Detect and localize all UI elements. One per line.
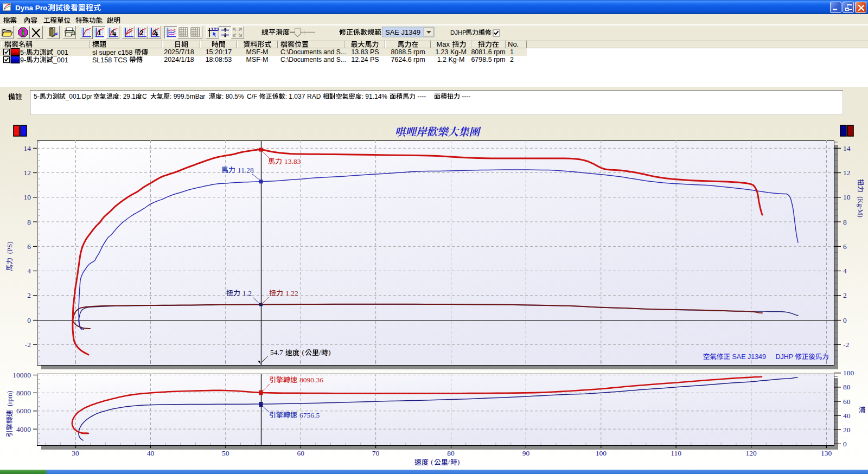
svg-text:4: 4 xyxy=(27,267,31,275)
svg-text:18:08:53: 18:08:53 xyxy=(206,56,232,63)
svg-text:100: 100 xyxy=(843,369,854,377)
svg-text:1.2 Kg-M: 1.2 Kg-M xyxy=(437,56,465,63)
svg-text:----: ---- xyxy=(416,93,426,100)
svg-text:14: 14 xyxy=(24,144,31,152)
svg-text:No.: No. xyxy=(508,40,519,48)
svg-text:C:\Documents and S...: C:\Documents and S... xyxy=(280,56,346,63)
svg-text:----: ---- xyxy=(460,93,470,100)
svg-text:7624.6 rpm: 7624.6 rpm xyxy=(391,56,425,63)
svg-text:1: 1 xyxy=(97,29,101,37)
svg-text:54.7: 54.7 xyxy=(270,348,285,356)
svg-text:2: 2 xyxy=(27,291,31,299)
svg-text:(: ( xyxy=(429,458,433,466)
svg-text:14: 14 xyxy=(843,144,851,152)
svg-text:40: 40 xyxy=(843,412,851,420)
svg-text:: 29.1: : 29.1 xyxy=(119,93,136,100)
svg-text:15:20:17: 15:20:17 xyxy=(206,48,232,56)
svg-text:/: / xyxy=(319,348,321,356)
svg-text:2: 2 xyxy=(139,29,143,37)
svg-text:8090.36: 8090.36 xyxy=(299,376,323,384)
svg-text:: 80.5%: : 80.5% xyxy=(222,93,244,100)
svg-text:10: 10 xyxy=(24,193,31,201)
svg-text:C: C xyxy=(142,93,147,100)
svg-text:60: 60 xyxy=(297,449,304,457)
svg-text:6000: 6000 xyxy=(16,407,31,415)
svg-text:60: 60 xyxy=(843,398,851,406)
svg-text:6: 6 xyxy=(27,242,31,251)
svg-text:1: 1 xyxy=(111,29,114,37)
svg-text:6798.5 rpm: 6798.5 rpm xyxy=(471,56,505,63)
svg-text:8: 8 xyxy=(27,218,31,226)
svg-text:8088.5 rpm: 8088.5 rpm xyxy=(391,48,425,56)
svg-text:(rpm): (rpm) xyxy=(6,390,14,408)
svg-text:12: 12 xyxy=(24,169,31,177)
svg-text:10000: 10000 xyxy=(12,371,31,379)
svg-text:C:\Documents and S...: C:\Documents and S... xyxy=(280,48,346,56)
svg-text:(PS): (PS) xyxy=(6,242,14,255)
svg-text:-2: -2 xyxy=(843,341,849,349)
svg-text:90: 90 xyxy=(522,449,530,457)
svg-text:123: 123 xyxy=(211,27,219,32)
svg-text:_001: _001 xyxy=(53,49,68,56)
svg-text:30: 30 xyxy=(72,449,79,457)
svg-text:40: 40 xyxy=(147,449,155,457)
svg-text:SAE J1349: SAE J1349 xyxy=(385,28,420,36)
svg-text:8081.6 rpm: 8081.6 rpm xyxy=(471,48,505,56)
svg-text:4: 4 xyxy=(843,267,847,275)
svg-text:120: 120 xyxy=(745,449,757,457)
svg-text:80: 80 xyxy=(447,449,455,457)
svg-text:5-: 5- xyxy=(34,93,40,100)
svg-text:1.23 Kg-M: 1.23 Kg-M xyxy=(435,48,467,56)
svg-text:2: 2 xyxy=(152,29,156,37)
svg-text:1: 1 xyxy=(510,48,514,56)
svg-text:MSF-M: MSF-M xyxy=(246,56,269,63)
svg-text:11.28: 11.28 xyxy=(238,166,254,174)
svg-text:20: 20 xyxy=(843,426,851,434)
svg-text:/: / xyxy=(448,458,450,466)
svg-text:: 999.5mBar: : 999.5mBar xyxy=(170,93,205,100)
svg-text:): ) xyxy=(328,348,331,356)
svg-text:-2: -2 xyxy=(25,341,31,349)
svg-text:6756.5: 6756.5 xyxy=(299,411,320,419)
svg-text:9-: 9- xyxy=(20,56,26,64)
svg-text:Dyna Pro: Dyna Pro xyxy=(15,4,47,12)
svg-text:130: 130 xyxy=(821,449,832,457)
svg-text:0: 0 xyxy=(843,440,847,448)
svg-text:MSF-M: MSF-M xyxy=(246,48,269,56)
svg-text:50: 50 xyxy=(222,449,229,457)
svg-text:10: 10 xyxy=(843,193,851,201)
svg-text:2: 2 xyxy=(510,56,514,63)
svg-text:1.2: 1.2 xyxy=(242,289,252,297)
svg-text:13.83 PS: 13.83 PS xyxy=(351,48,379,56)
svg-text:5-: 5- xyxy=(20,49,26,56)
svg-text:80: 80 xyxy=(843,383,851,391)
svg-text:2024/1/18: 2024/1/18 xyxy=(164,56,194,63)
svg-text:8: 8 xyxy=(843,218,847,226)
svg-text:110: 110 xyxy=(671,449,681,457)
svg-text:6: 6 xyxy=(843,242,847,251)
svg-text:SL158 TCS: SL158 TCS xyxy=(92,56,129,64)
svg-text:100: 100 xyxy=(596,449,607,457)
svg-text:_001.Dpr: _001.Dpr xyxy=(65,93,92,100)
svg-text:C/F: C/F xyxy=(247,93,259,100)
svg-text:(: ( xyxy=(300,348,304,356)
svg-text:70: 70 xyxy=(372,449,380,457)
svg-text:1.22: 1.22 xyxy=(285,289,298,297)
svg-text:(Kg-M): (Kg-M) xyxy=(857,195,864,217)
svg-text:sl super c158: sl super c158 xyxy=(92,49,135,56)
svg-text:RAD: RAD xyxy=(307,93,323,100)
svg-text:SAE J1349 DJHP: SAE J1349 DJHP xyxy=(730,353,795,361)
svg-text:2025/7/18: 2025/7/18 xyxy=(164,48,194,56)
svg-text:8000: 8000 xyxy=(16,389,31,397)
svg-text:): ) xyxy=(457,458,459,466)
svg-text:: 1.037: : 1.037 xyxy=(285,93,305,100)
svg-text:0: 0 xyxy=(27,316,31,324)
svg-text:2: 2 xyxy=(843,291,847,299)
svg-text:_001: _001 xyxy=(53,56,68,64)
svg-text:12: 12 xyxy=(843,169,851,177)
svg-text:0: 0 xyxy=(843,316,847,324)
svg-text:13.83: 13.83 xyxy=(284,157,301,165)
svg-text:DJHP: DJHP xyxy=(450,29,467,36)
svg-text:12.24 PS: 12.24 PS xyxy=(351,56,379,63)
svg-text:4000: 4000 xyxy=(16,425,31,433)
